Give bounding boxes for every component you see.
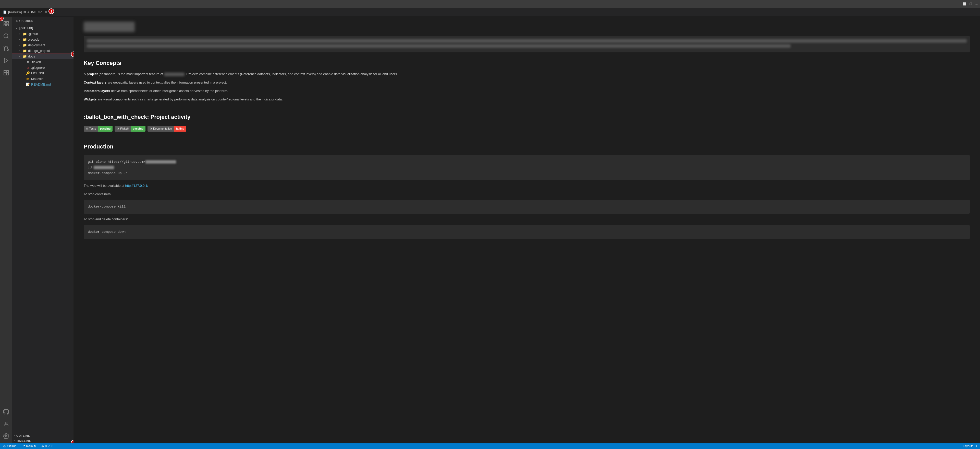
tree-label-gitignore: .gitignore: [31, 66, 73, 70]
tree-item-makefile[interactable]: M Makefile: [12, 76, 73, 81]
key-concept-widgets: Widgets are visual components such as ch…: [84, 97, 970, 102]
timeline-panel-header[interactable]: › TIMELINE 3: [12, 438, 73, 443]
file-tree: ▾ [GITHUB] › 📁 .github › 📁 .vscode › 📁 d…: [12, 25, 73, 433]
svg-point-4: [4, 34, 8, 38]
markdown-preview: Key Concepts A project (dashboard) is th…: [84, 22, 970, 239]
project-activity-heading: :ballot_box_with_check: Project activity: [84, 112, 970, 121]
tree-label-docs: docs: [28, 54, 73, 58]
chevron-right-icon: ›: [18, 38, 21, 41]
github-icon: ⚙: [117, 126, 119, 131]
activity-settings[interactable]: [0, 431, 12, 443]
file-icon: ≡: [25, 60, 30, 64]
activity-run-debug[interactable]: [0, 54, 12, 67]
status-layout[interactable]: Layout: us: [962, 444, 978, 448]
tree-item-license[interactable]: 🔑 LICENSE: [12, 70, 73, 76]
section-divider: [84, 106, 970, 106]
tree-label-flake8: .flake8: [31, 60, 73, 64]
activity-explorer[interactable]: 4: [0, 18, 12, 30]
badge-tests[interactable]: ⚙ Tests passing: [84, 126, 113, 132]
chevron-right-icon: ›: [18, 55, 21, 58]
svg-line-5: [7, 37, 8, 38]
chevron-right-icon: ›: [18, 50, 21, 52]
activity-account[interactable]: [0, 419, 12, 431]
tree-label-license: LICENSE: [31, 71, 73, 75]
key-concept-indicators: Indicators layers derive from spreadshee…: [84, 88, 970, 94]
explorer-title: EXPLORER: [16, 19, 34, 22]
status-github[interactable]: ⚙ GitHub: [2, 443, 18, 449]
tree-item-deployment[interactable]: › 📁 deployment: [12, 42, 73, 48]
tab-close-button[interactable]: ✕: [44, 10, 48, 14]
warning-icon: ⚠: [48, 444, 51, 448]
tree-item-gitignore[interactable]: ◇ .gitignore: [12, 65, 73, 70]
tree-item-flake8[interactable]: ≡ .flake8: [12, 59, 73, 65]
annotation-3: 3: [71, 440, 73, 443]
md-icon: 📝: [25, 83, 30, 86]
key-concepts-heading: Key Concepts: [84, 59, 970, 67]
svg-point-6: [7, 49, 8, 51]
status-errors[interactable]: ⊘ 0 ⚠ 0: [40, 443, 54, 449]
svg-point-14: [5, 422, 7, 424]
badge-flake8[interactable]: ⚙ Flake8 passing: [115, 126, 145, 132]
activity-extensions[interactable]: [0, 67, 12, 79]
activity-source-control[interactable]: [0, 42, 12, 54]
tree-item-github[interactable]: › 📁 .github: [12, 31, 73, 37]
tree-label-makefile: Makefile: [31, 77, 73, 81]
tree-label-django: django_project: [28, 49, 73, 53]
svg-rect-2: [4, 24, 6, 26]
explorer-more-button[interactable]: ···: [65, 19, 69, 23]
tree-label-deployment: deployment: [28, 43, 73, 47]
tree-repo-root[interactable]: ▾ [GITHUB]: [12, 25, 73, 31]
svg-marker-9: [4, 58, 8, 63]
badge-flake8-label: ⚙ Flake8: [115, 126, 130, 132]
branch-icon: ⎇: [21, 444, 25, 448]
svg-rect-11: [6, 70, 8, 73]
timeline-label: TIMELINE: [16, 439, 31, 443]
layout-label: Layout: us: [963, 444, 977, 448]
sidebar: EXPLORER ··· ▾ [GITHUB] › 📁 .github › 📁 …: [12, 17, 73, 443]
code-block-1: git clone https://github.com/ cd docker-…: [84, 155, 970, 180]
production-heading: Production: [84, 142, 970, 151]
badge-flake8-status: passing: [130, 126, 145, 132]
svg-point-7: [4, 46, 5, 48]
github-status-icon: ⚙: [3, 444, 6, 448]
badge-documentation-status: failing: [174, 126, 186, 132]
folder-icon: 📁: [22, 54, 27, 58]
tab-readme-preview[interactable]: 📄 [Preview] README.md ✕ 1: [0, 8, 51, 16]
tree-item-docs[interactable]: › 📁 docs 2: [12, 53, 73, 59]
stop-delete-text: To stop and delete containers:: [84, 217, 970, 222]
status-github-label: GitHub: [7, 444, 16, 448]
tree-item-readme[interactable]: 📝 README.md: [12, 81, 73, 87]
tree-item-django[interactable]: › 📁 django_project: [12, 48, 73, 53]
badge-tests-status: passing: [98, 126, 113, 132]
tree-item-vscode[interactable]: › 📁 .vscode: [12, 37, 73, 42]
web-url-link[interactable]: http://127.0.0.1/: [125, 184, 148, 188]
error-count: 0: [45, 444, 47, 448]
svg-point-15: [5, 435, 7, 437]
stop-containers-text: To stop containers:: [84, 192, 970, 197]
svg-rect-12: [4, 73, 6, 75]
web-available-text: The web will be available at http://127.…: [84, 183, 970, 189]
activity-search[interactable]: [0, 30, 12, 42]
status-bar: ⚙ GitHub ⎇ main ↻ ⊘ 0 ⚠ 0 Layout: us: [0, 443, 980, 449]
badge-documentation[interactable]: ⚙ Documentation failing: [148, 126, 186, 132]
outline-label: OUTLINE: [16, 434, 30, 437]
chevron-right-icon: ›: [18, 44, 21, 46]
content-area[interactable]: Key Concepts A project (dashboard) is th…: [73, 17, 980, 443]
svg-rect-3: [6, 24, 8, 26]
svg-rect-10: [4, 70, 6, 73]
activity-bar: 4: [0, 17, 12, 443]
annotation-1: 1: [48, 8, 54, 14]
warning-count: 0: [52, 444, 53, 448]
sidebar-header: EXPLORER ···: [12, 17, 73, 25]
license-icon: 🔑: [25, 71, 30, 75]
badge-row: ⚙ Tests passing ⚙ Flake8 passing ⚙: [84, 126, 970, 132]
folder-icon: 📁: [22, 32, 27, 36]
activity-github[interactable]: [0, 407, 12, 419]
key-concept-context: Context layers are geospatial layers use…: [84, 80, 970, 85]
code-block-3: docker-compose down: [84, 225, 970, 239]
svg-rect-0: [4, 21, 6, 23]
branch-label: main: [26, 444, 33, 448]
git-icon: ◇: [25, 66, 30, 70]
status-branch[interactable]: ⎇ main ↻: [21, 443, 37, 449]
outline-panel-header[interactable]: › OUTLINE: [12, 433, 73, 438]
